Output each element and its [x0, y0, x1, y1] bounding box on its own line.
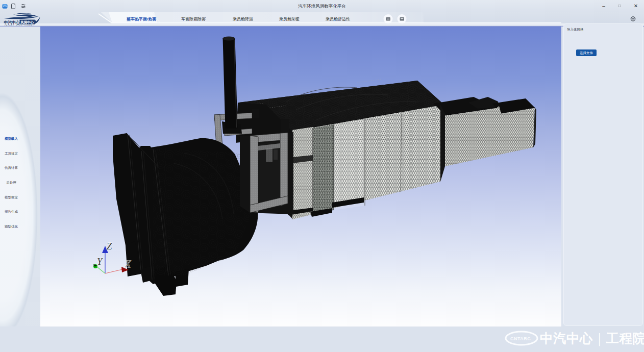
- svg-text:CATARC WIND TUNNEL: CATARC WIND TUNNEL: [5, 24, 35, 27]
- svg-text:X: X: [125, 259, 131, 269]
- svg-text:CNTARC: CNTARC: [510, 336, 531, 341]
- svg-text:Y: Y: [97, 257, 103, 267]
- svg-text:Z: Z: [107, 241, 112, 252]
